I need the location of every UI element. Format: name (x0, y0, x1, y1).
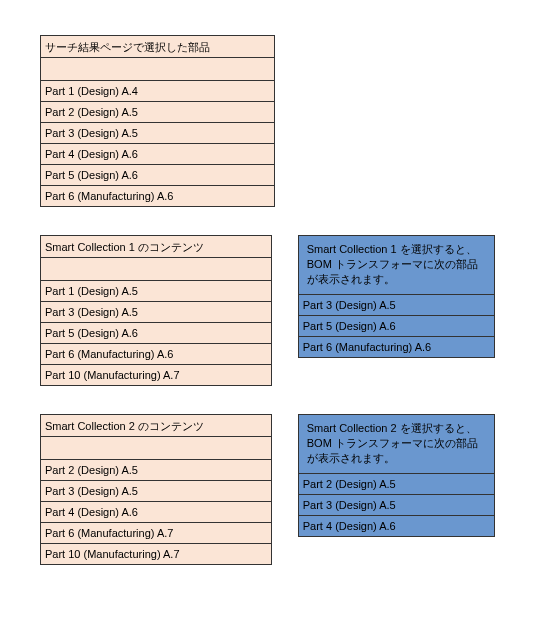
sc2-table: Smart Collection 2 のコンテンツ Part 2 (Design… (40, 414, 272, 565)
table-row: Part 4 (Design) A.6 (41, 144, 274, 165)
result-row: Part 2 (Design) A.5 (299, 474, 494, 495)
table-row: Part 10 (Manufacturing) A.7 (41, 365, 271, 386)
sc2-header: Smart Collection 2 のコンテンツ (41, 415, 271, 437)
table-row: Part 5 (Design) A.6 (41, 165, 274, 186)
sc1-table: Smart Collection 1 のコンテンツ Part 1 (Design… (40, 235, 272, 386)
result-row: Part 3 (Design) A.5 (299, 295, 494, 316)
search-header: サーチ結果ページで選択した部品 (41, 36, 274, 58)
sc2-section: Smart Collection 2 のコンテンツ Part 2 (Design… (40, 414, 495, 565)
table-row: Part 1 (Design) A.5 (41, 281, 271, 302)
sc1-message: Smart Collection 1 を選択すると、BOM トランスフォーマに次… (299, 236, 494, 295)
table-row: Part 2 (Design) A.5 (41, 102, 274, 123)
table-row: Part 4 (Design) A.6 (41, 502, 271, 523)
table-row: Part 5 (Design) A.6 (41, 323, 271, 344)
result-row: Part 3 (Design) A.5 (299, 495, 494, 516)
table-row: Part 6 (Manufacturing) A.7 (41, 523, 271, 544)
sc1-result-box: Smart Collection 1 を選択すると、BOM トランスフォーマに次… (298, 235, 495, 358)
table-row: Part 6 (Manufacturing) A.6 (41, 344, 271, 365)
result-row: Part 5 (Design) A.6 (299, 316, 494, 337)
search-section: サーチ結果ページで選択した部品 Part 1 (Design) A.4 Part… (40, 35, 495, 207)
table-row: Part 6 (Manufacturing) A.6 (41, 186, 274, 207)
table-row: Part 3 (Design) A.5 (41, 123, 274, 144)
spacer (41, 258, 271, 281)
table-row: Part 1 (Design) A.4 (41, 81, 274, 102)
sc1-header: Smart Collection 1 のコンテンツ (41, 236, 271, 258)
table-row: Part 3 (Design) A.5 (41, 302, 271, 323)
sc2-result-box: Smart Collection 2 を選択すると、BOM トランスフォーマに次… (298, 414, 495, 537)
search-table: サーチ結果ページで選択した部品 Part 1 (Design) A.4 Part… (40, 35, 275, 207)
table-row: Part 2 (Design) A.5 (41, 460, 271, 481)
sc2-message: Smart Collection 2 を選択すると、BOM トランスフォーマに次… (299, 415, 494, 474)
table-row: Part 3 (Design) A.5 (41, 481, 271, 502)
table-row: Part 10 (Manufacturing) A.7 (41, 544, 271, 565)
spacer (41, 437, 271, 460)
sc1-section: Smart Collection 1 のコンテンツ Part 1 (Design… (40, 235, 495, 386)
result-row: Part 6 (Manufacturing) A.6 (299, 337, 494, 358)
result-row: Part 4 (Design) A.6 (299, 516, 494, 537)
spacer (41, 58, 274, 81)
